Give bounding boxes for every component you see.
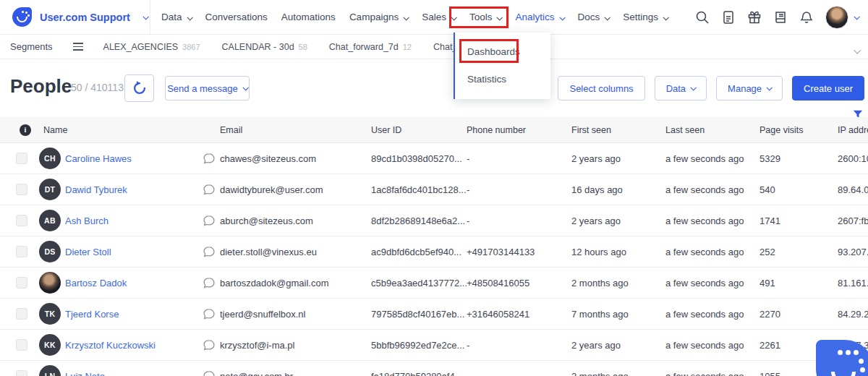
dropdown-menu-item[interactable]: Dashboards xyxy=(455,38,550,66)
segment-count: 58 xyxy=(299,43,307,51)
segment-tab[interactable]: Chat_forward_7d12 xyxy=(329,42,412,52)
chat-bubble-icon[interactable] xyxy=(203,214,216,227)
chat-bubble-icon[interactable] xyxy=(203,369,216,376)
refresh-button[interactable] xyxy=(124,74,154,102)
column-header-ip[interactable]: IP address xyxy=(825,125,868,135)
user-name-link[interactable]: Dawid Tyburek xyxy=(65,184,203,195)
nav-item[interactable]: Data xyxy=(161,12,192,22)
lastseen-cell: a few seconds ago xyxy=(665,309,752,320)
nav-item[interactable]: Conversations xyxy=(205,12,268,22)
people-count: 50 / 410113 xyxy=(71,82,124,93)
segment-tab[interactable]: ALEX_AGENCIES3867 xyxy=(103,42,200,52)
chat-bubble-icon[interactable] xyxy=(203,245,216,258)
top-nav: User.com Support Data Conversations Auto… xyxy=(0,0,868,35)
bell-icon[interactable] xyxy=(799,10,814,25)
column-header-lastseen[interactable]: Last seen xyxy=(665,125,752,135)
table-row: KK Krzysztof Kuczkowski krzysztof@i-ma.p… xyxy=(0,330,868,361)
user-name-link[interactable]: Krzysztof Kuczkowski xyxy=(65,340,203,351)
chat-bubble-icon[interactable] xyxy=(203,183,216,196)
avatar: LN xyxy=(39,365,61,376)
user-name-link[interactable]: Ash Burch xyxy=(65,215,203,226)
column-header-pagevisits[interactable]: Page visits xyxy=(752,125,825,135)
chevron-down-icon[interactable] xyxy=(854,14,859,20)
table-row: LN Luiz Neto neto@gcv.com.br fa18d770b59… xyxy=(0,361,868,376)
nav-item[interactable]: Automations xyxy=(281,12,336,22)
phone-cell: +491703144133 xyxy=(467,247,571,257)
user-name-link[interactable]: Bartosz Dadok xyxy=(65,278,203,289)
user-name-link[interactable]: Luiz Neto xyxy=(65,371,203,376)
table-row: CH Caroline Hawes chawes@sitezeus.com 89… xyxy=(0,143,868,174)
avatar: AB xyxy=(39,210,61,231)
nav-item[interactable]: Tools xyxy=(469,12,502,22)
avatar xyxy=(39,272,61,294)
action-button[interactable]: Create user xyxy=(792,76,864,101)
segments-overflow-chevron-icon[interactable] xyxy=(849,43,859,56)
document-icon[interactable] xyxy=(721,10,736,25)
table-row: DS Dieter Stoll dieter.stoll@vinexus.eu … xyxy=(0,236,868,268)
action-button[interactable]: Manage xyxy=(716,76,783,101)
userid-cell: 1ac8faf6dc401bc128... xyxy=(371,184,467,195)
brand[interactable]: User.com Support xyxy=(0,0,150,35)
userid-cell: c5b9ea3aed4137772... xyxy=(371,278,467,289)
row-checkbox[interactable] xyxy=(16,370,27,376)
nav-item[interactable]: Settings xyxy=(623,12,668,22)
lastseen-cell: a few seconds ago xyxy=(665,153,752,164)
chevron-down-icon xyxy=(242,85,248,90)
hamburger-icon[interactable] xyxy=(73,43,83,51)
gift-icon[interactable] xyxy=(747,10,762,25)
send-message-button[interactable]: Send a message xyxy=(165,76,250,101)
firstseen-cell: 12 hours ago xyxy=(571,247,665,257)
segment-tab[interactable]: CALENDAR - 30d58 xyxy=(222,42,307,52)
user-name-link[interactable]: Caroline Hawes xyxy=(65,153,203,164)
column-header-firstseen[interactable]: First seen xyxy=(571,125,665,135)
phone-cell: +31646058241 xyxy=(467,309,571,320)
segment-name: CALENDAR - 30d xyxy=(222,42,294,52)
pagevisits-cell: 5329 xyxy=(752,153,825,164)
lastseen-cell: a few seconds ago xyxy=(665,247,752,257)
action-button[interactable]: Data xyxy=(655,76,707,101)
lastseen-cell: a few seconds ago xyxy=(665,340,752,351)
user-name-link[interactable]: Tjeerd Korse xyxy=(65,309,203,320)
lastseen-cell: a few seconds ago xyxy=(665,184,752,195)
user-avatar[interactable] xyxy=(825,6,848,29)
nav-item[interactable]: Sales xyxy=(422,12,456,22)
pagevisits-cell: 1055 xyxy=(752,371,825,376)
column-header-name[interactable]: Name xyxy=(35,125,220,135)
chat-bubble-icon[interactable] xyxy=(203,276,216,289)
column-header-email[interactable]: Email xyxy=(220,125,371,135)
chevron-down-icon xyxy=(663,14,669,20)
row-checkbox[interactable] xyxy=(16,308,27,320)
row-checkbox[interactable] xyxy=(16,277,27,289)
chat-bubble-icon[interactable] xyxy=(203,152,216,165)
row-checkbox[interactable] xyxy=(16,339,27,351)
chat-bubble-icon[interactable] xyxy=(203,307,216,320)
nav-item[interactable]: Analytics xyxy=(515,12,563,22)
dropdown-menu-item[interactable]: Statistics xyxy=(455,66,550,93)
table-header-row: i Name Email User ID Phone number First … xyxy=(0,117,868,143)
send-message-label: Send a message xyxy=(167,83,238,94)
action-button[interactable]: Select columns xyxy=(558,76,644,101)
firstseen-cell: 7 months ago xyxy=(571,309,665,320)
table-row: DT Dawid Tyburek dawidtyburek@user.com 1… xyxy=(0,174,868,205)
info-icon[interactable]: i xyxy=(20,124,31,136)
row-checkbox[interactable] xyxy=(16,215,27,226)
row-checkbox[interactable] xyxy=(16,153,27,164)
nav-item[interactable]: Campaigns xyxy=(349,12,408,22)
chat-widget-button[interactable] xyxy=(816,340,868,376)
column-header-phone[interactable]: Phone number xyxy=(467,125,571,135)
nav-item[interactable]: Docs xyxy=(578,12,610,22)
chat-bubble-icon[interactable] xyxy=(203,338,216,351)
nav-item-label: Conversations xyxy=(205,12,268,22)
column-header-userid[interactable]: User ID xyxy=(371,125,467,135)
row-checkbox[interactable] xyxy=(16,184,27,195)
phone-cell: - xyxy=(467,153,571,164)
user-name-link[interactable]: Dieter Stoll xyxy=(65,247,203,257)
avatar: DS xyxy=(39,241,61,262)
chevron-down-icon xyxy=(404,14,409,20)
book-icon[interactable] xyxy=(773,10,788,25)
search-icon[interactable] xyxy=(695,10,710,25)
email-cell: tjeerd@snuffelbox.nl xyxy=(220,309,371,320)
lastseen-cell: a few seconds ago xyxy=(665,371,752,376)
action-button-label: Create user xyxy=(804,83,853,94)
row-checkbox[interactable] xyxy=(16,246,27,257)
